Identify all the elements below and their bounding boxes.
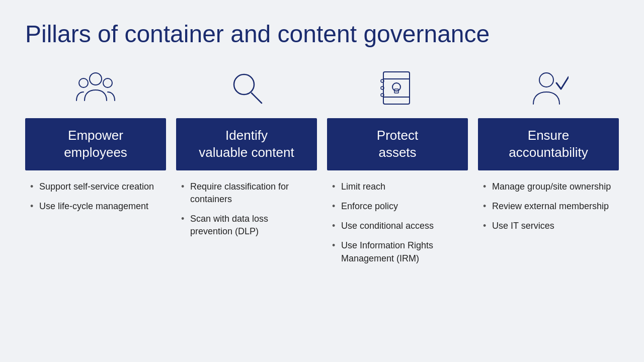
- empower-bullets: Support self-service creation Use life-c…: [25, 170, 166, 220]
- bullet-item: Scan with data loss prevention (DLP): [181, 213, 312, 238]
- protect-bullets: Limit reach Enforce policy Use condition…: [327, 170, 468, 272]
- protect-header: Protectassets: [327, 118, 468, 170]
- bullet-item: Use IT services: [483, 220, 614, 232]
- svg-point-13: [539, 73, 553, 87]
- svg-line-4: [252, 93, 262, 103]
- bullet-item: Enforce policy: [332, 200, 463, 213]
- people-icon: [75, 68, 116, 108]
- search-icon: [226, 68, 267, 108]
- svg-point-3: [234, 74, 254, 95]
- ensure-icon-area: [528, 63, 569, 113]
- pillar-protect: Protectassets Limit reach Enforce policy…: [327, 63, 468, 272]
- bullet-item: Manage group/site ownership: [483, 180, 614, 193]
- bullet-item: Use Information Rights Management (IRM): [332, 239, 463, 264]
- empower-header: Empoweremployees: [25, 118, 166, 170]
- bullet-item: Use conditional access: [332, 220, 463, 232]
- bullet-item: Support self-service creation: [30, 180, 161, 193]
- document-lock-icon: [377, 68, 418, 108]
- identify-header: Identifyvaluable content: [176, 118, 317, 170]
- ensure-bullets: Manage group/site ownership Review exter…: [478, 170, 619, 240]
- ensure-header: Ensureaccountability: [478, 118, 619, 170]
- svg-point-8: [392, 83, 400, 91]
- slide: Pillars of container and content governa…: [0, 0, 644, 362]
- pillar-ensure: Ensureaccountability Manage group/site o…: [478, 63, 619, 272]
- bullet-item: Limit reach: [332, 180, 463, 193]
- slide-title: Pillars of container and content governa…: [25, 20, 619, 48]
- pillars-container: Empoweremployees Support self-service cr…: [25, 63, 619, 272]
- person-check-icon: [528, 68, 569, 108]
- protect-icon-area: [377, 63, 418, 113]
- bullet-item: Use life-cycle management: [30, 200, 161, 213]
- identify-icon-area: [226, 63, 267, 113]
- svg-point-1: [79, 78, 88, 87]
- pillar-identify: Identifyvaluable content Require classif…: [176, 63, 317, 272]
- identify-bullets: Require classification for containers Sc…: [176, 170, 317, 245]
- bullet-item: Review external membership: [483, 200, 614, 213]
- svg-rect-5: [383, 72, 410, 104]
- pillar-empower: Empoweremployees Support self-service cr…: [25, 63, 166, 272]
- svg-point-0: [90, 73, 102, 85]
- empower-icon-area: [75, 63, 116, 113]
- bullet-item: Require classification for containers: [181, 180, 312, 206]
- svg-point-2: [103, 78, 112, 87]
